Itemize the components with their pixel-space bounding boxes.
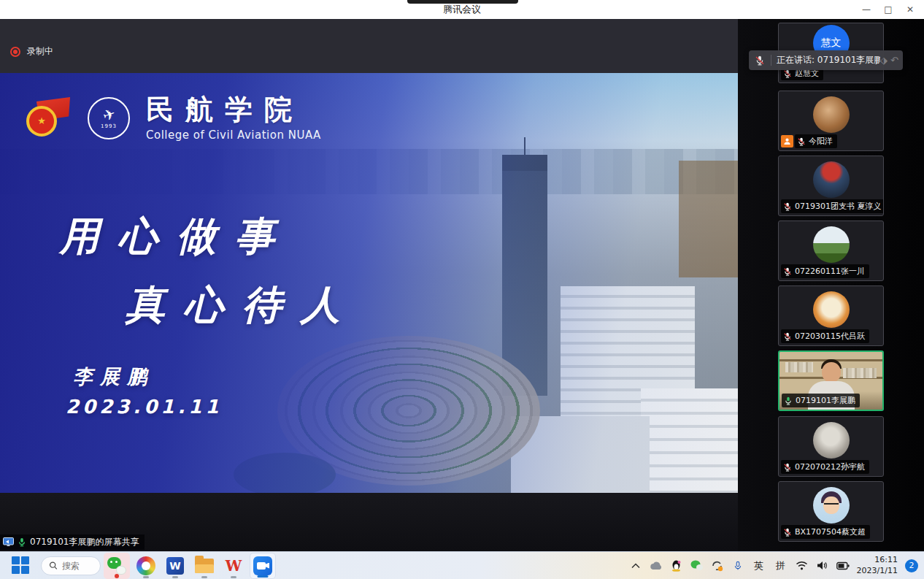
- slide-signature: 李展鹏: [73, 364, 154, 390]
- participant-tile[interactable]: 072260111张一川: [778, 221, 884, 281]
- slide-date: 2023.01.11: [66, 396, 222, 418]
- tray-expand-chevron-icon[interactable]: [629, 559, 642, 572]
- calligraphy-line-2: 真心待人: [126, 279, 359, 332]
- youth-league-emblem-icon: ★: [26, 96, 72, 141]
- recording-indicator[interactable]: 录制中: [10, 45, 53, 58]
- participant-tile[interactable]: 今阳洋: [778, 91, 884, 151]
- taskbar-app-tencent-meeting[interactable]: [250, 553, 276, 579]
- share-label: 0719101李展鹏的屏幕共享: [30, 536, 139, 548]
- wps-icon: W: [226, 557, 242, 575]
- avatar: [813, 161, 850, 198]
- avatar: [813, 291, 850, 328]
- notification-dot: [115, 574, 119, 578]
- college-seal-icon: ✈ 1993: [88, 97, 130, 139]
- name-label: 072030115代吕跃: [781, 329, 869, 343]
- mic-muted-icon: [783, 267, 792, 276]
- participant-tile[interactable]: 0719301团支书 夏淳义: [778, 156, 884, 216]
- running-indicator: [143, 576, 149, 578]
- wechat-tray-icon[interactable]: [690, 559, 704, 572]
- mic-muted-icon: [797, 137, 806, 146]
- participant-tile[interactable]: BX1707504蔡文超: [778, 481, 884, 542]
- cloud-icon[interactable]: [650, 559, 663, 572]
- name-label: 072260111张一川: [781, 264, 869, 278]
- minimize-button[interactable]: —: [855, 0, 877, 19]
- search-icon: [49, 561, 58, 570]
- battery-icon[interactable]: [836, 559, 850, 572]
- running-indicator: [201, 576, 207, 578]
- taskbar-app-browser[interactable]: [133, 553, 159, 579]
- search-input[interactable]: [62, 561, 93, 571]
- screen-share-indicator: 0719101李展鹏的屏幕共享: [0, 534, 145, 550]
- speaking-banner: 正在讲话: 0719101李展鹏; ⬗ ↶: [749, 50, 903, 70]
- star-icon: ★: [37, 116, 46, 126]
- airplane-icon: ✈: [101, 106, 118, 124]
- maximize-button[interactable]: □: [877, 0, 899, 19]
- mic-muted-icon: [783, 69, 792, 78]
- wechat-icon: [107, 557, 126, 575]
- calligraphy-line-1: 用心做事: [60, 210, 293, 264]
- clock-date: 2023/1/11: [857, 566, 898, 577]
- slide-subtitle-en: College of Civil Aviation NUAA: [146, 129, 321, 142]
- speaker-icon[interactable]: [816, 559, 829, 572]
- avatar: [813, 487, 850, 524]
- record-icon: [10, 47, 20, 57]
- name-label: BX1707504蔡文超: [781, 525, 870, 539]
- clock-time: 16:11: [857, 555, 898, 566]
- participants-sidebar: 慧文 赵慧文: [738, 19, 924, 551]
- window-title: 腾讯会议: [0, 3, 924, 16]
- participant-tile[interactable]: 072030115代吕跃: [778, 285, 884, 346]
- running-indicator: [172, 576, 178, 578]
- avatar: [813, 422, 850, 459]
- wifi-icon[interactable]: [796, 559, 809, 572]
- mic-muted-icon: [755, 55, 765, 66]
- org-title-block: 民航学院 College of Civil Aviation NUAA: [146, 95, 321, 142]
- qq-icon[interactable]: [670, 559, 683, 572]
- share-toolbar-collapsed[interactable]: [407, 0, 518, 4]
- avatar: [813, 96, 850, 133]
- language-indicator[interactable]: 英: [752, 559, 766, 572]
- browser-icon: [136, 556, 155, 575]
- taskbar-app-wps[interactable]: W: [220, 553, 247, 579]
- name-label: 072070212孙宇航: [781, 460, 869, 474]
- ime-indicator[interactable]: 拼: [774, 559, 788, 572]
- recording-label: 录制中: [27, 45, 53, 58]
- mic-muted-icon: [783, 463, 792, 472]
- mic-muted-icon: [783, 332, 792, 341]
- active-indicator: [258, 575, 269, 578]
- participant-tile-active-speaker[interactable]: 0719101李展鹏: [778, 350, 884, 411]
- mic-active-icon: [784, 396, 793, 405]
- slide-header-logos: ★ ✈ 1993 民航学院 College of Civil Aviation …: [26, 95, 321, 142]
- folder-icon: [195, 559, 214, 573]
- shared-screen-slide: ★ ✈ 1993 民航学院 College of Civil Aviation …: [0, 73, 738, 493]
- taskbar-clock[interactable]: 16:11 2023/1/11: [857, 555, 898, 577]
- seal-year: 1993: [101, 123, 117, 129]
- banner-arrow-icons[interactable]: ⬗ ↶: [880, 55, 903, 66]
- hand-raise-badge: [781, 135, 793, 147]
- mic-muted-icon: [783, 202, 792, 211]
- close-button[interactable]: ✕: [899, 0, 921, 19]
- monitor-icon: [3, 537, 14, 547]
- glasses-icon: [824, 503, 839, 507]
- start-button[interactable]: [12, 556, 31, 575]
- window-controls: — □ ✕: [855, 0, 921, 19]
- participant-tile[interactable]: 072070212孙宇航: [778, 416, 884, 477]
- taskbar-app-file-explorer[interactable]: [191, 553, 217, 579]
- avatar: [813, 226, 850, 263]
- name-label: 0719301团支书 夏淳义: [781, 199, 884, 213]
- mic-in-use-icon[interactable]: [731, 559, 744, 572]
- sync-icon[interactable]: [711, 559, 724, 572]
- taskbar: W W: [0, 551, 924, 579]
- taskbar-app-word[interactable]: W: [162, 553, 188, 579]
- taskbar-app-wechat[interactable]: [104, 553, 130, 579]
- mic-muted-icon: [783, 528, 792, 537]
- running-indicator: [231, 576, 236, 578]
- taskbar-search[interactable]: [41, 556, 101, 575]
- mic-active-icon: [18, 537, 26, 547]
- slide-title-cn: 民航学院: [146, 95, 321, 126]
- notification-count-badge[interactable]: 2: [905, 559, 918, 572]
- person-icon: [783, 137, 791, 145]
- meeting-top-bar: 录制中: [0, 19, 738, 73]
- app-window: 腾讯会议 — □ ✕ 录制中 ★ ✈: [0, 0, 924, 579]
- name-label: 0719101李展鹏: [782, 394, 860, 407]
- word-icon: W: [166, 557, 184, 575]
